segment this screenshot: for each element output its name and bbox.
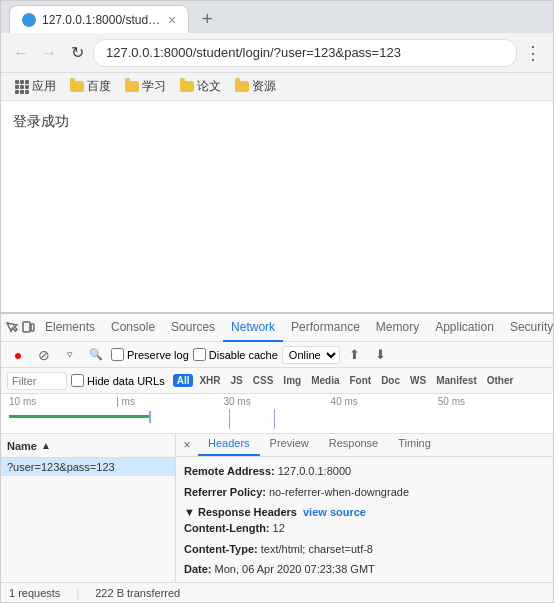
filter-tag-doc[interactable]: Doc (377, 374, 404, 387)
requests-list: Name ▲ ?user=123&pass=123 (1, 434, 176, 582)
timeline-label-40ms: 40 ms (331, 396, 438, 407)
remote-address-label: Remote Address: (184, 465, 278, 477)
bookmark-resources-label: 资源 (252, 78, 276, 95)
svg-rect-1 (31, 324, 34, 331)
bookmark-paper[interactable]: 论文 (174, 76, 227, 97)
tab-application[interactable]: Application (427, 314, 502, 342)
folder-icon (70, 81, 84, 92)
date-row: Date: Mon, 06 Apr 2020 07:23:38 GMT (184, 559, 545, 580)
tab-close-icon[interactable]: × (168, 12, 176, 28)
tab-performance[interactable]: Performance (283, 314, 368, 342)
filter-tag-css[interactable]: CSS (249, 374, 278, 387)
requests-header: Name ▲ (1, 434, 175, 458)
filter-tag-js[interactable]: JS (227, 374, 247, 387)
svg-rect-0 (23, 322, 30, 332)
filter-tag-manifest[interactable]: Manifest (432, 374, 481, 387)
download-icon[interactable]: ⬇ (370, 344, 392, 366)
filter-tags-bar: Hide data URLs All XHR JS CSS Img Media … (1, 368, 553, 394)
back-button[interactable]: ← (9, 41, 33, 65)
remote-address-row: Remote Address: 127.0.0.1:8000 (184, 461, 545, 482)
bookmarks-bar: 应用 百度 学习 论文 资源 (1, 73, 553, 101)
content-type-label: Content-Type: (184, 543, 261, 555)
timeline-marker-blue2 (274, 409, 275, 429)
timeline-label-50ms: 50 ms (438, 396, 545, 407)
remote-address-value: 127.0.0.1:8000 (278, 465, 351, 477)
status-bar: 1 requests | 222 B transferred (1, 582, 553, 602)
more-options-button[interactable]: ⋮ (521, 41, 545, 65)
bookmark-baidu-label: 百度 (87, 78, 111, 95)
folder-icon (235, 81, 249, 92)
devtools-inspect-icon[interactable] (5, 317, 19, 339)
bookmark-apps-label: 应用 (32, 78, 56, 95)
response-headers-toggle[interactable]: ▼ Response Headers (184, 506, 297, 518)
new-tab-button[interactable]: + (193, 5, 221, 33)
detail-tab-headers[interactable]: Headers (198, 434, 260, 456)
content-type-row: Content-Type: text/html; charset=utf-8 (184, 539, 545, 560)
view-source-link[interactable]: view source (303, 506, 366, 518)
login-success-text: 登录成功 (13, 113, 541, 131)
preserve-log-checkbox[interactable]: Preserve log (111, 348, 189, 361)
filter-tag-xhr[interactable]: XHR (195, 374, 224, 387)
filter-input[interactable] (7, 372, 67, 390)
forward-button[interactable]: → (37, 41, 61, 65)
referrer-policy-label: Referrer Policy: (184, 486, 269, 498)
bookmark-apps[interactable]: 应用 (9, 76, 62, 97)
filter-tag-ws[interactable]: WS (406, 374, 430, 387)
record-button[interactable]: ● (7, 344, 29, 366)
timeline-marker-red (229, 409, 230, 429)
timeline-bar-green (9, 415, 149, 418)
clear-button[interactable]: ⊘ (33, 344, 55, 366)
bookmark-paper-label: 论文 (197, 78, 221, 95)
request-item[interactable]: ?user=123&pass=123 (1, 458, 175, 476)
transferred-amount: 222 B transferred (95, 587, 180, 599)
filter-tag-other[interactable]: Other (483, 374, 518, 387)
filter-tag-img[interactable]: Img (279, 374, 305, 387)
search-icon[interactable]: 🔍 (85, 344, 107, 366)
filter-tag-font[interactable]: Font (345, 374, 375, 387)
request-item-label: ?user=123&pass=123 (7, 461, 115, 473)
upload-icon[interactable]: ⬆ (344, 344, 366, 366)
throttle-select[interactable]: Online Offline (282, 346, 340, 364)
date-label: Date: (184, 563, 215, 575)
referrer-policy-value: no-referrer-when-downgrade (269, 486, 409, 498)
devtools-tabs: Elements Console Sources Network Perform… (37, 314, 554, 342)
bookmark-resources[interactable]: 资源 (229, 76, 282, 97)
referrer-policy-row: Referrer Policy: no-referrer-when-downgr… (184, 482, 545, 503)
content-length-label: Content-Length: (184, 522, 273, 534)
tab-security[interactable]: Security (502, 314, 554, 342)
detail-close-icon[interactable]: × (176, 434, 198, 456)
tab-sources[interactable]: Sources (163, 314, 223, 342)
bookmark-study[interactable]: 学习 (119, 76, 172, 97)
bookmark-study-label: 学习 (142, 78, 166, 95)
filter-icon[interactable]: ▿ (59, 344, 81, 366)
browser-tab[interactable]: 🌐 127.0.0.1:8000/student/login/ × (9, 5, 189, 33)
detail-tabs: × Headers Preview Response Timing (176, 434, 553, 457)
disable-cache-checkbox[interactable]: Disable cache (193, 348, 278, 361)
filter-tag-all[interactable]: All (173, 374, 194, 387)
hide-data-urls-checkbox[interactable]: Hide data URLs (71, 374, 165, 387)
tab-title: 127.0.0.1:8000/student/login/ (42, 13, 162, 27)
tab-elements[interactable]: Elements (37, 314, 103, 342)
tab-console[interactable]: Console (103, 314, 163, 342)
timeline-label-20ms: | ms (116, 396, 223, 407)
name-column-header: Name (7, 440, 37, 452)
detail-tab-preview[interactable]: Preview (260, 434, 319, 456)
content-type-value: text/html; charset=utf-8 (261, 543, 373, 555)
address-input[interactable] (93, 39, 517, 67)
detail-tab-response[interactable]: Response (319, 434, 389, 456)
address-bar: ← → ↻ ⋮ (1, 33, 553, 73)
timeline-label-30ms: 30 ms (223, 396, 330, 407)
folder-icon (180, 81, 194, 92)
devtools-toolbar: Elements Console Sources Network Perform… (1, 314, 553, 342)
tab-memory[interactable]: Memory (368, 314, 427, 342)
bookmark-baidu[interactable]: 百度 (64, 76, 117, 97)
tab-bar: 🌐 127.0.0.1:8000/student/login/ × + (1, 1, 553, 33)
detail-content: Remote Address: 127.0.0.1:8000 Referrer … (176, 457, 553, 582)
filter-tag-media[interactable]: Media (307, 374, 343, 387)
apps-icon (15, 80, 29, 94)
content-length-row: Content-Length: 12 (184, 518, 545, 539)
devtools-device-icon[interactable] (21, 317, 35, 339)
tab-network[interactable]: Network (223, 314, 283, 342)
reload-button[interactable]: ↻ (65, 41, 89, 65)
detail-tab-timing[interactable]: Timing (388, 434, 441, 456)
